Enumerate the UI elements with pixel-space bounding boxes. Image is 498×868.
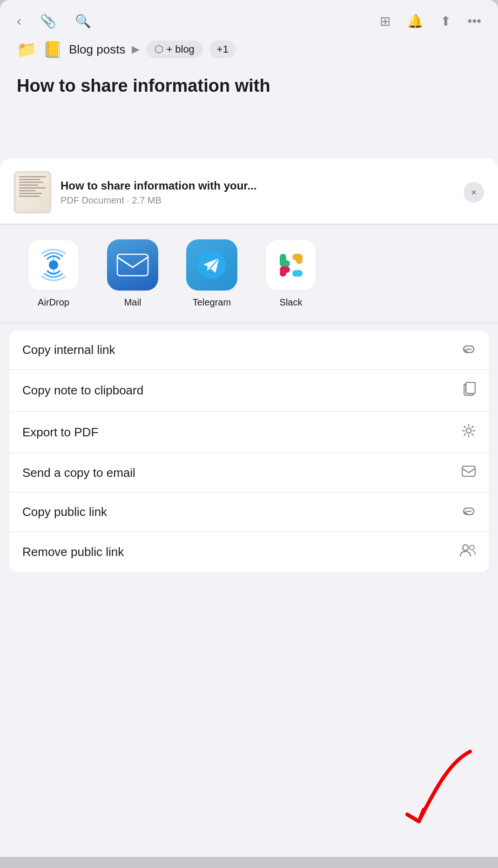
telegram-label: Telegram [193,297,231,308]
more-icon[interactable]: ••• [468,14,481,28]
tag-icon: ⬡ [155,43,163,55]
export-pdf-label: Export to PDF [22,425,98,440]
pdf-preview-header: How to share information with your... PD… [0,158,498,224]
svg-point-1 [49,260,58,270]
copy-note-clipboard-item[interactable]: Copy note to clipboard [9,370,489,412]
action-list: Copy internal link Copy note to clipboar… [9,331,489,572]
svg-rect-20 [462,466,475,476]
app-item-slack[interactable]: Slack [251,239,330,308]
app-item-telegram[interactable]: Telegram [172,239,251,308]
count-pill[interactable]: +1 [209,41,236,58]
notebook-icon: 📒 [43,40,62,59]
svg-rect-12 [280,266,290,273]
svg-rect-8 [280,260,290,267]
share-icon[interactable]: ⬆ [440,14,451,29]
send-copy-email-item[interactable]: Send a copy to email [9,454,489,493]
copy-public-link-label: Copy public link [22,505,107,519]
chevron-icon: ▶ [132,43,140,55]
svg-point-23 [470,545,474,550]
link-icon [462,343,476,357]
public-link-icon [462,505,476,519]
telegram-icon [186,239,237,291]
close-button[interactable]: × [464,182,484,203]
svg-point-19 [466,428,471,433]
app-item-mail[interactable]: Mail [93,239,172,308]
svg-rect-5 [117,254,148,276]
tag-pill[interactable]: ⬡ + blog [146,41,202,58]
svg-rect-18 [466,382,475,393]
app-row-divider [0,323,498,323]
grid-icon[interactable]: ⊞ [380,14,390,29]
copy-note-clipboard-label: Copy note to clipboard [22,383,143,398]
clipboard-icon [464,382,476,399]
copy-public-link-item[interactable]: Copy public link [9,493,489,532]
slack-label: Slack [280,297,303,308]
tag-label: blog [175,43,195,55]
tag-plus: + [166,43,172,55]
pdf-info: How to share information with your... PD… [61,179,454,206]
folder-icon: 📁 [17,40,36,59]
copy-internal-link-label: Copy internal link [22,343,115,357]
airdrop-icon [28,239,79,291]
remove-public-link-label: Remove public link [22,545,124,559]
people-icon [460,544,476,560]
app-item-airdrop[interactable]: AirDrop [14,239,93,308]
send-copy-email-label: Send a copy to email [22,466,135,480]
svg-rect-4 [117,254,148,276]
pdf-title: How to share information with your... [61,179,454,192]
mail-app-icon [107,239,158,291]
app-row: AirDrop Mail [0,224,498,323]
slack-icon [265,239,316,291]
export-pdf-item[interactable]: Export to PDF [9,412,489,454]
share-sheet: How to share information with your... PD… [0,158,498,857]
breadcrumb-title[interactable]: Blog posts [69,42,125,57]
email-icon [462,466,476,480]
note-title: How to share information with [0,66,498,106]
gear-icon [462,424,476,441]
count-label: +1 [217,43,229,55]
copy-internal-link-item[interactable]: Copy internal link [9,331,489,370]
svg-rect-10 [292,254,303,260]
back-button[interactable]: ‹ [17,13,21,29]
search-icon[interactable]: 🔍 [75,14,91,29]
airdrop-label: AirDrop [38,297,69,308]
svg-rect-14 [292,270,303,277]
pdf-thumbnail [14,171,51,213]
paperclip-icon[interactable]: 📎 [40,14,56,29]
remove-public-link-item[interactable]: Remove public link [9,532,489,572]
mail-label: Mail [124,297,141,308]
close-icon: × [471,187,477,198]
bell-icon[interactable]: 🔔 [407,14,424,29]
svg-point-22 [463,545,468,550]
breadcrumb: 📁 📒 Blog posts ▶ ⬡ + blog +1 [0,36,498,66]
toolbar: ‹ 📎 🔍 ⊞ 🔔 ⬆ ••• [0,0,498,36]
pdf-meta: PDF Document · 2.7 MB [61,195,454,206]
